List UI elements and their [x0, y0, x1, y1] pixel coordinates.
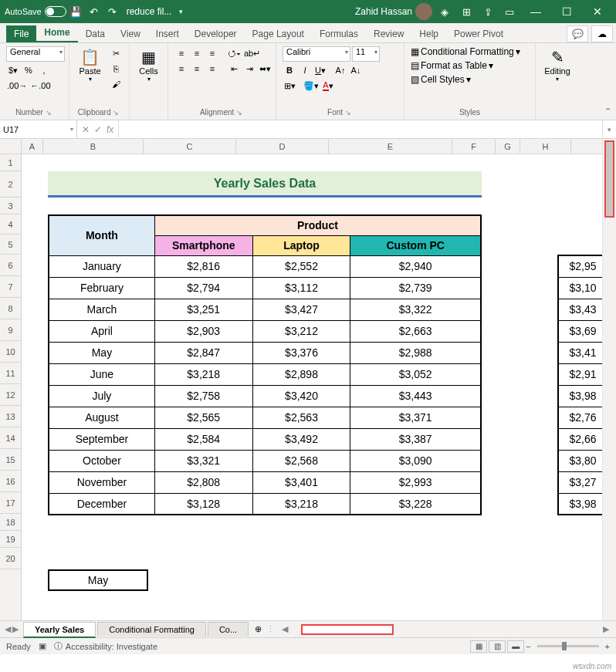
launcher-icon[interactable]: ↘	[236, 109, 244, 117]
decrease-indent-icon[interactable]: ⇤	[227, 62, 241, 76]
cells-area[interactable]: Yearly Sales Data MonthProductSmartphone…	[22, 154, 602, 620]
cell-styles-button[interactable]: ▧ Cell Styles▾	[411, 74, 471, 85]
minimize-button[interactable]: —	[522, 0, 550, 23]
row-header-1[interactable]: 1	[0, 154, 21, 171]
redo-icon[interactable]: ↷	[106, 5, 120, 19]
dropdown-icon[interactable]: ▾	[174, 5, 188, 19]
toggle-switch-icon[interactable]	[45, 6, 66, 17]
cut-icon[interactable]: ✂	[109, 46, 123, 60]
save-icon[interactable]: 💾	[69, 5, 83, 19]
conditional-formatting-button[interactable]: ▦ Conditional Formatting▾	[411, 46, 520, 57]
row-header-13[interactable]: 13	[0, 406, 21, 427]
row-header-14[interactable]: 14	[0, 427, 21, 449]
row-header-5[interactable]: 5	[0, 235, 21, 255]
row-header-10[interactable]: 10	[0, 341, 21, 363]
zoom-slider[interactable]	[537, 645, 599, 647]
hscroll-right-icon[interactable]: ▶	[601, 624, 611, 634]
tab-developer[interactable]: Developer	[187, 25, 245, 42]
decrease-decimal-icon[interactable]: ←.00	[29, 79, 51, 93]
hscroll-thumb[interactable]	[301, 624, 394, 635]
align-top-icon[interactable]: ≡	[174, 46, 188, 60]
increase-decimal-icon[interactable]: .00→	[6, 79, 28, 93]
row-header-7[interactable]: 7	[0, 276, 21, 298]
decrease-font-icon[interactable]: A↓	[349, 63, 363, 77]
expand-formula-icon[interactable]: ▾	[602, 120, 616, 138]
format-painter-icon[interactable]: 🖌	[109, 77, 123, 91]
fill-color-icon[interactable]: 🪣▾	[303, 79, 320, 93]
row-header-6[interactable]: 6	[0, 255, 21, 276]
tab-file[interactable]: File	[6, 25, 36, 42]
username-label[interactable]: Zahid Hassan	[355, 6, 412, 17]
sheet-nav-prev-icon[interactable]: ◀	[5, 624, 11, 634]
percent-icon[interactable]: %	[22, 63, 36, 77]
font-size-combo[interactable]: 11	[352, 46, 380, 62]
row-header-17[interactable]: 17	[0, 492, 21, 514]
row-header-9[interactable]: 9	[0, 319, 21, 341]
cells-button[interactable]: ▦ Cells ▾	[136, 46, 161, 84]
launcher-icon[interactable]: ↘	[345, 109, 353, 117]
align-bottom-icon[interactable]: ≡	[205, 46, 219, 60]
bold-icon[interactable]: B	[283, 63, 296, 77]
orientation-icon[interactable]: ⭯▾	[227, 46, 242, 60]
accessibility-icon[interactable]: ⓘ	[54, 640, 63, 652]
col-header-H[interactable]: H	[520, 139, 571, 154]
share-button[interactable]: ☁	[591, 25, 613, 42]
tab-formulas[interactable]: Formulas	[312, 25, 366, 42]
select-all-button[interactable]	[0, 139, 22, 154]
calc-icon[interactable]: ⊞	[459, 5, 473, 19]
sheet-tab-co[interactable]: Co...	[208, 622, 249, 637]
launcher-icon[interactable]: ↘	[46, 109, 53, 117]
row-header-8[interactable]: 8	[0, 298, 21, 319]
sheet-tab-yearly-sales[interactable]: Yearly Sales	[23, 622, 96, 638]
enter-icon[interactable]: ✓	[94, 124, 102, 135]
row-header-12[interactable]: 12	[0, 384, 21, 406]
tab-page-layout[interactable]: Page Layout	[245, 25, 312, 42]
tab-review[interactable]: Review	[366, 25, 411, 42]
filename-label[interactable]: reduce fil...	[127, 6, 172, 17]
align-right-icon[interactable]: ≡	[205, 62, 219, 76]
new-sheet-icon[interactable]: ⊕	[250, 624, 266, 634]
col-header-B[interactable]: B	[43, 139, 144, 154]
currency-icon[interactable]: $▾	[6, 63, 20, 77]
row-header-20[interactable]: 20	[0, 548, 21, 569]
fx-icon[interactable]: fx	[107, 124, 113, 135]
tab-home[interactable]: Home	[36, 24, 77, 42]
vertical-scrollbar[interactable]	[602, 139, 616, 620]
paste-button[interactable]: 📋 Paste ▾	[76, 46, 104, 84]
zoom-out-icon[interactable]: −	[526, 642, 530, 651]
zoom-in-icon[interactable]: +	[605, 642, 610, 651]
format-as-table-button[interactable]: ▤ Format as Table▾	[411, 60, 493, 71]
underline-icon[interactable]: U▾	[313, 63, 327, 77]
align-center-icon[interactable]: ≡	[190, 62, 204, 76]
row-header-15[interactable]: 15	[0, 449, 21, 471]
accessibility-label[interactable]: Accessibility: Investigate	[66, 642, 157, 651]
hscroll-left-icon[interactable]: ◀	[279, 624, 290, 634]
row-header-11[interactable]: 11	[0, 363, 21, 384]
autosave-toggle[interactable]: AutoSave	[5, 6, 66, 17]
col-header-E[interactable]: E	[329, 139, 452, 154]
row-header-2[interactable]: 2	[0, 171, 21, 198]
tab-help[interactable]: Help	[411, 25, 446, 42]
page-layout-view-icon[interactable]: ▥	[489, 640, 506, 653]
avatar-icon[interactable]	[415, 3, 432, 20]
column-headers[interactable]: ABCDEFGH	[22, 139, 602, 154]
macro-icon[interactable]: ▣	[39, 641, 46, 651]
row-header-3[interactable]: 3	[0, 198, 21, 214]
comments-button[interactable]: 💬	[567, 25, 588, 42]
tab-data[interactable]: Data	[78, 25, 113, 42]
row-headers[interactable]: 1234567891011121314151617181920	[0, 154, 22, 620]
row-header-19[interactable]: 19	[0, 531, 21, 548]
row-header-16[interactable]: 16	[0, 471, 21, 492]
increase-indent-icon[interactable]: ⇥	[242, 62, 256, 76]
cancel-icon[interactable]: ✕	[82, 124, 90, 135]
col-header-D[interactable]: D	[236, 139, 329, 154]
share-icon[interactable]: ⇪	[481, 5, 495, 19]
col-header-F[interactable]: F	[452, 139, 496, 154]
maximize-button[interactable]: ☐	[553, 0, 580, 23]
col-header-A[interactable]: A	[22, 139, 43, 154]
border-icon[interactable]: ⊞▾	[283, 79, 296, 93]
close-button[interactable]: ✕	[584, 0, 611, 23]
tab-insert[interactable]: Insert	[148, 25, 187, 42]
launcher-icon[interactable]: ↘	[113, 109, 120, 117]
col-header-G[interactable]: G	[496, 139, 520, 154]
